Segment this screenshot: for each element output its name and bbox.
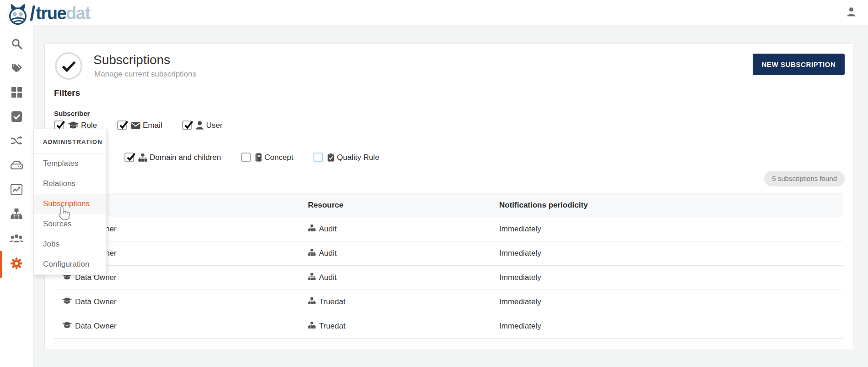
- subscriptions-page-card: Subscriptions Manage current subscriptio…: [44, 43, 853, 349]
- resource-cell: Truedat: [319, 297, 345, 307]
- check-square-icon: [11, 111, 22, 124]
- user-avatar-icon[interactable]: [846, 6, 857, 19]
- subscriptions-table: Resource Notifications periodicity Data …: [54, 193, 843, 339]
- filters-heading: Filters: [54, 88, 80, 98]
- sidebar-item-rules[interactable]: [0, 105, 33, 130]
- table-row: Data Owner Audit Immediately: [54, 217, 843, 241]
- top-header: / truedat: [0, 0, 868, 25]
- sidebar-item-dashboards[interactable]: [0, 178, 33, 203]
- subscriptions-check-icon: [54, 52, 83, 80]
- tag-icon: [11, 63, 22, 75]
- menu-item-sources[interactable]: Sources: [34, 214, 106, 234]
- users-icon: [10, 234, 23, 245]
- menu-item-relations[interactable]: Relations: [34, 174, 106, 194]
- table-row: Data Owner Truedat Immediately: [54, 290, 843, 314]
- hdd-icon: [11, 161, 23, 171]
- filter-quality-rule: Quality Rule: [313, 153, 379, 162]
- sidebar-item-groups[interactable]: [0, 227, 33, 251]
- menu-item-configuration[interactable]: Configuration: [34, 254, 106, 274]
- sitemap-icon: [308, 225, 316, 234]
- scope-filter-row: Domain and children Concept Quality Rule: [124, 153, 399, 162]
- subscriber-filter-label: Subscriber: [54, 110, 90, 117]
- table-row: Data Owner Audit Immediately: [54, 266, 843, 290]
- table-row: Data Owner Audit Immediately: [54, 241, 843, 266]
- filter-domain-and-children: Domain and children: [124, 153, 221, 162]
- periodicity-cell: Immediately: [499, 225, 541, 233]
- sidebar-item-structures[interactable]: [0, 203, 33, 227]
- search-icon: [11, 38, 22, 51]
- user-label: User: [206, 121, 222, 130]
- column-header-resource: Resource: [308, 193, 499, 217]
- menu-item-templates[interactable]: Templates: [34, 153, 106, 174]
- table-header-row: Resource Notifications periodicity: [54, 193, 843, 217]
- sitemap-icon: [308, 273, 316, 282]
- graduation-cap-icon: [62, 322, 72, 331]
- periodicity-cell: Immediately: [499, 273, 541, 282]
- grid-icon: [11, 87, 22, 99]
- logo-text: truedat: [36, 4, 90, 23]
- menu-item-jobs[interactable]: Jobs: [34, 234, 106, 254]
- book-icon: [255, 153, 262, 162]
- user-icon: [196, 121, 204, 130]
- menu-item-subscriptions[interactable]: Subscriptions: [34, 194, 106, 214]
- new-subscription-button[interactable]: NEW SUBSCRIPTION: [753, 54, 845, 75]
- owl-logo-icon: [7, 3, 28, 25]
- subscriber-cell: Data Owner: [75, 322, 117, 331]
- page-subtitle: Manage current subscriptions: [94, 70, 196, 79]
- dropdown-menu-title: ADMINISTRATION: [34, 129, 106, 145]
- subscriber-cell: Data Owner: [75, 297, 117, 307]
- periodicity-cell: Immediately: [499, 249, 541, 257]
- quality-rule-checkbox[interactable]: [313, 153, 323, 162]
- filter-email: Email: [117, 121, 162, 130]
- truedat-logo[interactable]: / truedat: [7, 2, 90, 27]
- resource-cell: Truedat: [319, 322, 345, 331]
- envelope-icon: [131, 122, 140, 129]
- page-title: Subscriptions: [93, 53, 170, 67]
- clipboard-check-icon: [327, 153, 334, 162]
- resource-cell: Audit: [319, 249, 337, 258]
- administration-dropdown-menu: ADMINISTRATION Templates Relations Subsc…: [33, 129, 107, 275]
- sidebar-item-configuration[interactable]: [0, 251, 33, 278]
- sitemap-icon: [308, 249, 316, 258]
- results-count-badge: 5 subscriptions found: [764, 171, 845, 186]
- resource-cell: Audit: [319, 273, 337, 282]
- email-checkbox[interactable]: [117, 121, 127, 130]
- periodicity-cell: Immediately: [499, 297, 541, 306]
- sidebar-item-search[interactable]: [0, 33, 33, 57]
- sidebar-item-sources[interactable]: [0, 154, 33, 178]
- sidebar-item-lineage[interactable]: [0, 130, 33, 154]
- gear-icon: [11, 257, 22, 271]
- sitemap-icon: [138, 153, 147, 162]
- filter-concept: Concept: [241, 153, 293, 162]
- sidebar-item-tags[interactable]: [0, 57, 33, 81]
- concept-checkbox[interactable]: [241, 153, 251, 162]
- domain-label: Domain and children: [150, 153, 221, 162]
- logo-slash: /: [30, 2, 35, 25]
- graduation-cap-icon: [62, 297, 72, 307]
- filter-user: User: [182, 121, 222, 130]
- concept-label: Concept: [264, 153, 293, 162]
- shuffle-icon: [11, 136, 22, 148]
- left-nav-sidebar: [0, 25, 33, 367]
- sitemap-icon: [308, 322, 316, 331]
- column-header-periodicity: Notifications periodicity: [499, 193, 843, 217]
- quality-rule-label: Quality Rule: [337, 153, 379, 162]
- graduation-cap-icon: [68, 121, 79, 130]
- chart-line-icon: [11, 184, 22, 197]
- domain-checkbox[interactable]: [124, 153, 134, 162]
- user-checkbox[interactable]: [182, 121, 192, 130]
- sidebar-item-modules[interactable]: [0, 81, 33, 105]
- sitemap-icon: [11, 208, 22, 221]
- email-label: Email: [143, 121, 162, 130]
- table-row: Data Owner Truedat Immediately: [54, 314, 843, 339]
- sitemap-icon: [308, 297, 316, 307]
- resource-cell: Audit: [319, 225, 337, 234]
- periodicity-cell: Immediately: [499, 322, 541, 330]
